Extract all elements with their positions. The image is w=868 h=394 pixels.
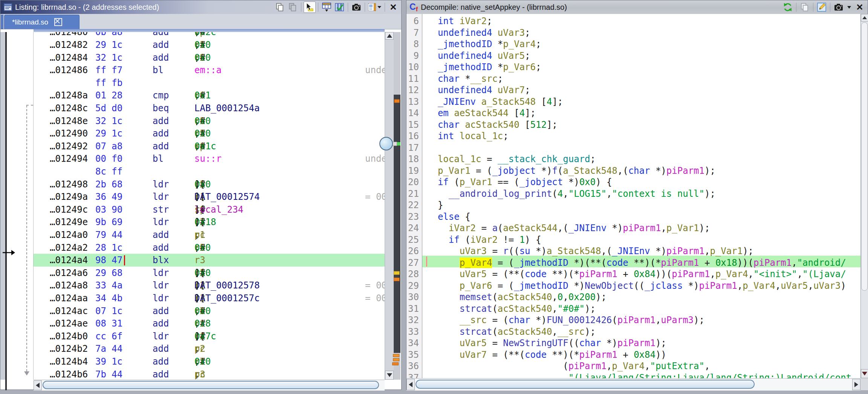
listing-row[interactable]: …0124ac07 1caddr7,r0,#0x0	[34, 305, 385, 317]
code-line[interactable]: memset(acStack540,0,0x200);	[427, 291, 607, 303]
listing-row[interactable]: …0124ae08 31addr1,#0x8	[34, 317, 385, 330]
margins-menu-button[interactable]	[367, 2, 382, 13]
listing-row[interactable]: …01249207 a8addr0,sp,#0x1c	[34, 140, 385, 153]
listing-hscrollbar[interactable]	[34, 380, 385, 391]
code-line[interactable]: _jmethodID *p_Var4;	[427, 38, 541, 50]
code-line[interactable]: _jmethodID *p_Var6;	[427, 61, 541, 73]
listing-row[interactable]: …01248e32 1caddr2,r6,#0x0	[34, 115, 385, 127]
listing-row[interactable]: …0124982b 68ldrr3,[r5,#0x0]	[34, 178, 385, 191]
scroll-down-button[interactable]	[385, 371, 394, 380]
copy-button[interactable]	[274, 2, 286, 13]
paste-button[interactable]	[287, 2, 299, 13]
listing-titlebar[interactable]: Listing: librrnad.so - (2 addresses sele…	[0, 0, 401, 14]
decompile-hscrollbar[interactable]	[406, 378, 860, 391]
listing-row[interactable]: …0124a079 44addr1,pc	[34, 228, 385, 241]
snapshot-button[interactable]	[350, 2, 362, 13]
code-line[interactable]: (piParm1,p_Var4,"putExtra",	[427, 360, 710, 372]
code-line[interactable]: if (iVar2 != 1) {	[427, 234, 541, 246]
scroll-left-button[interactable]	[34, 380, 42, 390]
cursor-location-toggle[interactable]	[304, 2, 316, 13]
listing-row[interactable]: …01248432 1caddr2,r6,#0x0	[34, 51, 385, 64]
copy-button[interactable]	[799, 2, 811, 13]
code-line[interactable]: p_Var4 = (_jmethodID *)(**(code **)(*piP…	[427, 257, 846, 269]
code-line[interactable]: uVar7 = (**(code **)(*piParm1 + 0x84))	[427, 349, 666, 361]
listing-row[interactable]: …0124800b a8addr0,sp,#0x2c	[34, 32, 385, 38]
listing-row[interactable]: …01248c5d d0beqLAB_0001254a	[34, 102, 385, 115]
close-panel-button[interactable]: ✕	[854, 2, 866, 13]
code-line[interactable]: _JNIEnv a_Stack548 [4];	[427, 96, 563, 108]
overview-marker-orange[interactable]	[393, 358, 399, 361]
listing-row[interactable]: …0124aa34 4bldrr3,[DAT_0001257c]= 00	[34, 292, 385, 305]
overview-marker-orange[interactable]	[394, 99, 400, 103]
decompile-hscroll-thumb[interactable]	[416, 380, 755, 389]
scroll-up-button[interactable]	[385, 32, 394, 40]
menu-caret-button[interactable]	[845, 2, 853, 13]
listing-row[interactable]: …01249c03 90strr0,[sp,#local_234]	[34, 203, 385, 216]
listing-row[interactable]: 8c ff	[34, 165, 385, 178]
code-line[interactable]: int local_1c;	[427, 130, 509, 142]
edit-fields-button[interactable]	[333, 2, 345, 13]
listing-row[interactable]: …01249e9b 69ldrr3,[r3,#0x18]	[34, 216, 385, 228]
code-line[interactable]: uVar5 = (**(code **)(*piParm1 + 0x84))(p…	[427, 268, 846, 280]
overview-marker-orange[interactable]	[393, 354, 399, 357]
overview-marker-green[interactable]	[397, 142, 400, 146]
listing-hscroll-thumb[interactable]	[43, 381, 379, 389]
listing-row[interactable]: …01249029 1caddr1,r5,#0x0	[34, 127, 385, 140]
scroll-up-button[interactable]	[861, 14, 868, 21]
listing-row[interactable]: ff fb	[34, 77, 385, 89]
tab-close-icon[interactable]	[54, 18, 62, 26]
listing-row[interactable]: …01249400 f0blsu::runde	[34, 152, 385, 165]
code-line[interactable]: "(Ljava/lang/String;Ljava/lang/String;)L…	[427, 372, 851, 379]
code-line[interactable]: undefined4 uVar5;	[427, 50, 530, 62]
listing-row[interactable]: …0124a228 1caddr0,r5,#0x0	[34, 241, 385, 254]
code-line[interactable]: strcat(acStack540,__src);	[427, 326, 596, 338]
scroll-left-button[interactable]	[406, 379, 415, 390]
listing-row[interactable]: …0124b0cc 6fldrr4,[r1,#0x7c]	[34, 330, 385, 343]
decompiled-code-viewport[interactable]: int iVar2; undefined4 uVar3; _jmethodID …	[422, 14, 860, 378]
toggle-header-button[interactable]	[321, 2, 333, 13]
listing-row[interactable]: …01248a01 28cmpr0,#0x1	[34, 89, 385, 102]
listing-row[interactable]: …0124b67b 44addr3,pc	[34, 368, 385, 380]
code-line[interactable]: p_Var6 = (_jmethodID *)NewObject((_jclas…	[427, 280, 846, 292]
code-line[interactable]: iVar2 = a(aeStack544,(_JNIEnv *)piParm1,…	[427, 222, 710, 234]
listing-rows-viewport[interactable]: …0124800b a8addr0,sp,#0x2c…01248229 1cad…	[34, 32, 385, 380]
code-line[interactable]: uVar5 = NewStringUTF((char *)piParm1);	[427, 337, 666, 349]
snapshot-button[interactable]	[833, 2, 845, 13]
listing-vscrollbar[interactable]	[385, 32, 394, 380]
edit-button[interactable]	[816, 2, 828, 13]
code-line[interactable]: p_Var1 = (_jobject *)f(a_Stack548,(char …	[427, 165, 715, 177]
overview-marker-orange[interactable]	[392, 362, 399, 365]
tab-librrnad[interactable]: *librrnad.so	[4, 15, 79, 29]
decompile-titlebar[interactable]: Cf Decompile: native_setAppkey - (librrn…	[406, 0, 868, 14]
listing-row[interactable]: …01248229 1caddr1,r5,#0x0	[34, 38, 385, 51]
scroll-down-button[interactable]	[861, 369, 868, 378]
listing-row[interactable]: …01249a36 49ldrr1,[DAT_00012574]= 00	[34, 190, 385, 203]
code-line[interactable]: __android_log_print(4,"LOG15","context i…	[427, 188, 715, 200]
overview-marker-orange[interactable]	[394, 277, 400, 281]
code-line[interactable]: em aeStack544 [4];	[427, 107, 536, 119]
code-line[interactable]: if (p_Var1 == (_jobject *)0x0) {	[427, 176, 612, 188]
code-line[interactable]: }	[427, 199, 443, 211]
listing-row[interactable]: …012486ff f7blem::aunde	[34, 64, 385, 77]
code-line[interactable]: __src = (char *)FUN_00012426(piParm1,uPa…	[427, 314, 704, 326]
scroll-right-button[interactable]	[852, 379, 860, 390]
navigation-knob[interactable]	[379, 137, 393, 150]
code-line[interactable]: int iVar2;	[427, 15, 492, 27]
refresh-button[interactable]	[782, 2, 794, 13]
listing-row[interactable]: …0124b439 1caddr1,r7,#0x0	[34, 355, 385, 368]
code-line[interactable]: uVar3 = r((su *)a_Stack548,(_JNIEnv *)pi…	[427, 245, 753, 257]
listing-row[interactable]: …0124a629 68ldrr1,[r5,#0x0]	[34, 267, 385, 279]
decompile-vscroll-thumb[interactable]	[861, 22, 868, 291]
listing-row[interactable]: …0124b27a 44addr2,pc	[34, 342, 385, 355]
code-line[interactable]: char *__src;	[427, 73, 503, 85]
code-line[interactable]: char acStack540 [512];	[427, 119, 558, 131]
close-panel-button[interactable]: ✕	[387, 2, 399, 13]
overview-thumb[interactable]	[394, 95, 400, 353]
listing-row[interactable]: …0124a498 47blxr3	[34, 254, 385, 267]
code-line[interactable]: strcat(acStack540,"#0#");	[427, 303, 596, 315]
code-line[interactable]: undefined4 uVar7;	[427, 84, 530, 96]
overview-marker-yellow[interactable]	[394, 271, 400, 275]
code-line[interactable]: undefined4 uVar3;	[427, 27, 530, 39]
code-line[interactable]: local_1c = __stack_chk_guard;	[427, 153, 596, 165]
listing-row[interactable]: …0124a833 4aldrr2,[DAT_00012578]= 00	[34, 279, 385, 292]
